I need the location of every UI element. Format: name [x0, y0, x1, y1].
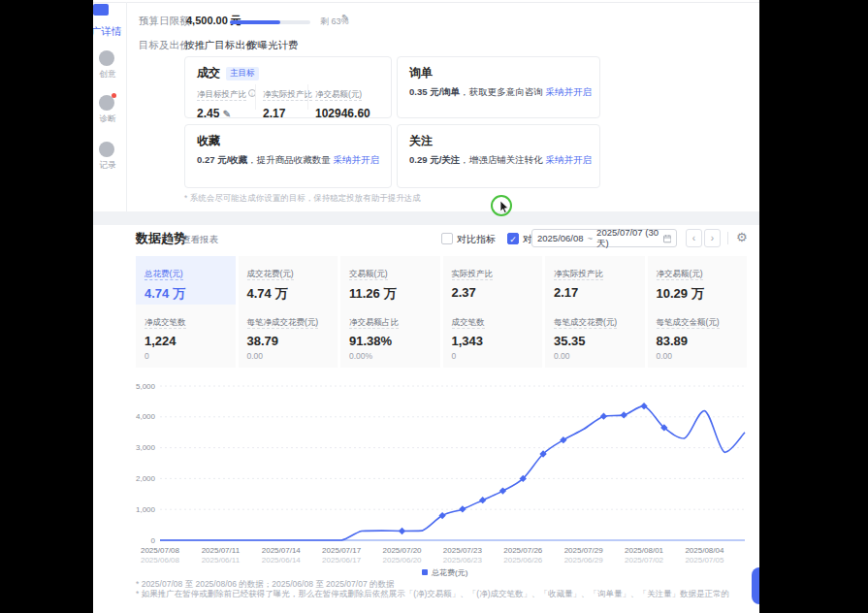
- sidebar-divider: [126, 2, 127, 211]
- svg-text:2025/07/02: 2025/07/02: [625, 556, 664, 565]
- metric-card-row2-2[interactable]: 净交易额占比91.38%0.00%: [340, 305, 440, 368]
- sidebar-item-promo-detail[interactable]: 广详情: [91, 25, 122, 39]
- mouse-cursor: [499, 201, 511, 214]
- goal-card-deal[interactable]: 成交 主目标 净目标投产比i 2.45 ✎ 净实际投产比 2.17 净交易额(元…: [184, 56, 392, 118]
- edit-roi-icon[interactable]: ✎: [223, 109, 231, 119]
- bidding-option-divider: [241, 40, 241, 50]
- svg-text:2025/07/14: 2025/07/14: [262, 546, 302, 555]
- footnote-2: * 如果推广在暂停或删除前已经获得了曝光，那么在暂停或删除后依然展示「(净)交易…: [136, 589, 729, 600]
- compare-metric-label[interactable]: 对比指标: [457, 233, 496, 246]
- goal-card-title: 收藏: [197, 133, 220, 149]
- next-period-button[interactable]: ›: [704, 229, 721, 247]
- compare-metric-checkbox[interactable]: [441, 233, 453, 244]
- calendar-icon: [663, 234, 671, 243]
- bidding-option-goal[interactable]: 按推广目标出价: [184, 39, 256, 52]
- page-top-border: [93, 2, 759, 3]
- budget-progress-track: [230, 20, 310, 24]
- stat-value: 102946.60: [315, 107, 370, 120]
- price-per-action: 0.27 元/收藏: [197, 154, 247, 165]
- metric-value: 11.26 万: [349, 285, 432, 303]
- metric-card-row2-1[interactable]: 每笔净成交花费(元)38.790.00: [239, 305, 338, 368]
- metric-cards-row-2: 净成交笔数1,2240每笔净成交花费(元)38.790.00净交易额占比91.3…: [136, 305, 747, 368]
- svg-text:2025/06/23: 2025/06/23: [443, 556, 483, 565]
- metric-card-row2-4[interactable]: 每笔成交花费(元)35.350.00: [545, 305, 645, 368]
- stat-divider: [307, 84, 308, 110]
- sidebar-item-creative-label[interactable]: 创意: [92, 69, 123, 81]
- metric-value: 83.89: [657, 334, 739, 348]
- sidebar-top-button[interactable]: [93, 4, 109, 16]
- adopt-enable-link[interactable]: 采纳并开启: [545, 86, 592, 97]
- metric-label: 净实际投产比: [554, 269, 603, 280]
- metric-value: 10.29 万: [657, 285, 739, 303]
- adopt-enable-link[interactable]: 采纳并开启: [333, 154, 379, 165]
- metric-label: 净交易额占比: [349, 317, 399, 329]
- stat-net-target-roi: 净目标投产比i 2.45 ✎: [197, 83, 256, 120]
- metric-value: 4.74 万: [247, 285, 330, 303]
- sidebar-item-diagnosis-label[interactable]: 诊断: [92, 113, 123, 125]
- budget-label: 预算日限额:: [139, 15, 192, 28]
- edit-budget-icon[interactable]: ✎: [341, 13, 349, 23]
- metric-value: 1,343: [452, 334, 534, 348]
- svg-text:2025/07/11: 2025/07/11: [202, 546, 241, 555]
- svg-text:2025/08/01: 2025/08/01: [625, 546, 664, 555]
- left-letterbox: [0, 0, 93, 613]
- metric-label: 每笔净成交花费(元): [247, 317, 319, 329]
- metric-label: 成交笔数: [452, 317, 485, 329]
- svg-text:2025/06/14: 2025/06/14: [262, 556, 302, 565]
- svg-text:3,000: 3,000: [136, 443, 156, 452]
- goal-desc: ，增强店铺关注转化: [460, 154, 543, 165]
- stat-divider: [255, 84, 256, 110]
- metric-value: 2.37: [452, 285, 534, 300]
- metric-compare-value: 0.00%: [349, 351, 432, 361]
- svg-text:4,000: 4,000: [136, 412, 156, 421]
- stat-net-gmv: 净交易额(元) 102946.60: [315, 83, 370, 120]
- svg-text:总花费(元): 总花费(元): [431, 568, 468, 577]
- metric-label: 净交易额(元): [657, 269, 703, 280]
- view-report-link[interactable]: 查看报表: [181, 234, 218, 246]
- metric-label: 每笔成交金额(元): [657, 317, 720, 329]
- date-separator: ~: [588, 233, 594, 243]
- metric-label: 每笔成交花费(元): [554, 317, 617, 329]
- bidding-option-exposure[interactable]: 按曝光计费: [247, 39, 299, 52]
- svg-text:2025/06/26: 2025/06/26: [503, 556, 543, 565]
- svg-text:0: 0: [151, 536, 156, 545]
- compare-time-checkbox[interactable]: ✓: [507, 233, 519, 244]
- metric-value: 2.17: [554, 285, 636, 300]
- goal-card-favorite[interactable]: 收藏 0.27 元/收藏，提升商品收藏数量 采纳并开启: [184, 124, 392, 188]
- trend-line-chart[interactable]: 01,0002,0003,0004,0005,0002025/07/082025…: [136, 371, 747, 579]
- sidebar-item-records-icon[interactable]: [99, 142, 114, 157]
- sidebar-item-records-label[interactable]: 记录: [92, 160, 123, 172]
- svg-text:2025/06/20: 2025/06/20: [382, 556, 422, 565]
- svg-text:2025/06/17: 2025/06/17: [322, 556, 362, 565]
- metric-value: 1,224: [145, 334, 227, 348]
- date-start[interactable]: 2025/06/08: [537, 233, 584, 243]
- adopt-enable-link[interactable]: 采纳并开启: [545, 154, 592, 165]
- prev-period-button[interactable]: ‹: [686, 229, 702, 247]
- svg-text:2025/07/17: 2025/07/17: [322, 546, 362, 555]
- sidebar-item-creative-icon[interactable]: [99, 50, 114, 66]
- svg-text:2025/07/20: 2025/07/20: [382, 546, 422, 555]
- metric-card-row2-3[interactable]: 成交笔数1,3430: [443, 305, 543, 368]
- metric-value: 35.35: [554, 334, 636, 348]
- stat-value: 2.45: [197, 107, 219, 120]
- metric-card-row2-0[interactable]: 净成交笔数1,2240: [136, 305, 236, 368]
- svg-text:2025/06/11: 2025/06/11: [202, 556, 241, 565]
- metric-compare-value: 0: [452, 351, 534, 361]
- settings-gear-icon[interactable]: ⚙: [736, 230, 748, 244]
- date-end[interactable]: 2025/07/07 (30天): [596, 227, 659, 250]
- goal-card-inquiry[interactable]: 询单 0.35 元/询单，获取更多意向咨询 采纳并开启: [397, 56, 600, 118]
- svg-text:2,000: 2,000: [136, 474, 156, 483]
- metric-card-row2-5[interactable]: 每笔成交金额(元)83.890.00: [648, 305, 748, 368]
- notification-dot: [112, 93, 116, 98]
- main-goal-badge: 主目标: [226, 67, 259, 81]
- metric-compare-value: 0: [145, 351, 227, 361]
- goal-note: * 系统会尽可能达成你设置的目标，保持稳定投放有助于提升达成: [184, 193, 421, 205]
- goal-desc: ，提升商品收藏数量: [247, 154, 331, 165]
- price-per-action: 0.35 元/询单: [409, 86, 460, 97]
- date-range-picker[interactable]: 2025/06/08 ~ 2025/07/07 (30天): [531, 229, 677, 247]
- stat-net-actual-roi: 净实际投产比 2.17: [263, 83, 312, 120]
- svg-text:1,000: 1,000: [136, 505, 156, 514]
- budget-progress-fill: [230, 20, 280, 24]
- goal-card-follow[interactable]: 关注 0.29 元/关注，增强店铺关注转化 采纳并开启: [397, 124, 600, 188]
- metric-compare-value: 0.00: [554, 351, 636, 361]
